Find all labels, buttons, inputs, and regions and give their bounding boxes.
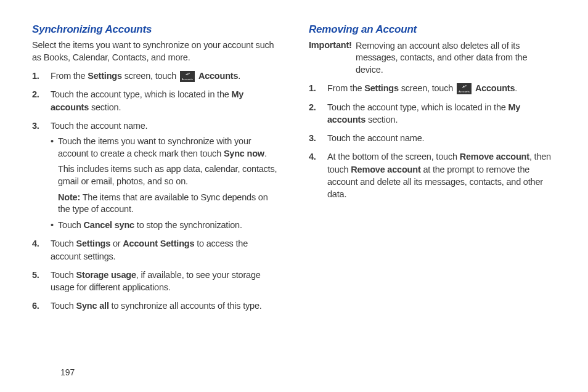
accounts-icon: Accounts	[180, 71, 195, 82]
svg-point-1	[465, 86, 467, 87]
step-text: From the Settings screen, touch Accounts…	[51, 71, 240, 81]
bullet-item: Touch Cancel sync to stop the synchroniz…	[51, 219, 279, 232]
left-column: Synchronizing Accounts Select the items …	[32, 23, 279, 319]
sync-steps: 1.From the Settings screen, touch Accoun…	[32, 70, 279, 312]
sync-accounts-heading: Synchronizing Accounts	[32, 23, 279, 36]
page-number: 197	[60, 367, 75, 377]
step-number: 3.	[309, 132, 316, 144]
step-item: 5.Touch Storage usage, if available, to …	[51, 269, 279, 294]
step-text: Touch Storage usage, if available, to se…	[51, 270, 261, 292]
step-number: 4.	[32, 237, 39, 250]
step-text: At the bottom of the screen, touch Remov…	[327, 152, 551, 199]
important-box: Important! Removing an account also dele…	[309, 39, 556, 76]
remove-account-heading: Removing an Account	[309, 23, 556, 36]
step-text: Touch Sync all to synchronize all accoun…	[51, 301, 262, 311]
bullet-sub-text: This includes items such as app data, ca…	[58, 163, 279, 187]
step-item: 1.From the Settings screen, touch Accoun…	[327, 82, 556, 94]
step-item: 6.Touch Sync all to synchronize all acco…	[51, 300, 279, 312]
step-number: 2.	[309, 101, 316, 113]
step-number: 4.	[309, 150, 316, 163]
step-item: 3.Touch the account name.Touch the items…	[51, 120, 279, 231]
step-number: 1.	[309, 82, 316, 94]
step-item: 4.At the bottom of the screen, touch Rem…	[327, 150, 556, 200]
columns: Synchronizing Accounts Select the items …	[32, 23, 556, 319]
step-number: 5.	[32, 269, 39, 281]
sub-bullets: Touch the items you want to synchronize …	[51, 136, 279, 231]
bullet-note: Note: The items that are available to Sy…	[58, 192, 279, 216]
step-item: 2.Touch the account type, which is locat…	[327, 101, 556, 126]
step-item: 2.Touch the account type, which is locat…	[51, 88, 279, 113]
step-number: 2.	[32, 88, 39, 100]
step-number: 1.	[32, 70, 39, 82]
important-label: Important!	[309, 40, 352, 50]
step-item: 3.Touch the account name.	[327, 132, 556, 144]
step-text: Touch the account name.	[51, 121, 147, 131]
step-item: 1.From the Settings screen, touch Accoun…	[51, 70, 279, 82]
step-item: 4.Touch Settings or Account Settings to …	[51, 237, 279, 263]
step-number: 6.	[32, 300, 39, 312]
remove-steps: 1.From the Settings screen, touch Accoun…	[309, 82, 556, 200]
right-column: Removing an Account Important! Removing …	[309, 23, 556, 319]
step-text: From the Settings screen, touch Accounts…	[327, 83, 517, 93]
step-text: Touch the account name.	[327, 133, 424, 143]
svg-point-0	[189, 73, 190, 74]
step-text: Touch Settings or Account Settings to ac…	[51, 239, 248, 261]
step-number: 3.	[32, 120, 39, 132]
step-text: Touch the account type, which is located…	[327, 102, 520, 125]
accounts-icon: Accounts	[457, 83, 472, 94]
bullet-item: Touch the items you want to synchronize …	[51, 136, 279, 215]
sync-intro: Select the items you want to synchronize…	[32, 39, 279, 63]
step-text: Touch the account type, which is located…	[51, 89, 243, 112]
